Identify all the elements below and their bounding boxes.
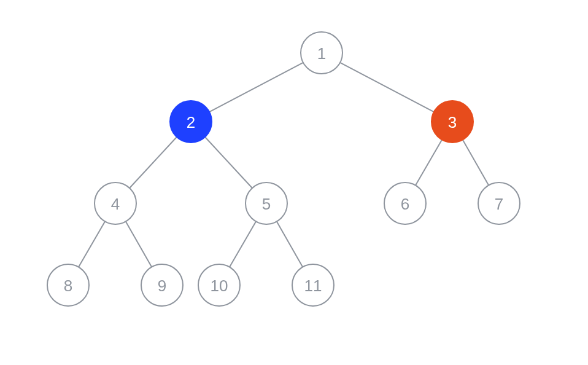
tree-node: 9 (141, 264, 183, 306)
tree-node: 5 (246, 182, 287, 224)
tree-node-label: 6 (401, 195, 409, 213)
tree-node-label: 3 (448, 113, 457, 131)
tree-node-label: 9 (158, 277, 166, 295)
tree-node: 6 (384, 182, 426, 224)
tree-node-label: 10 (211, 277, 228, 295)
tree-node: 2 (170, 101, 212, 143)
tree-node: 7 (478, 182, 520, 224)
tree-diagram: 1234567891011 (0, 0, 588, 365)
tree-edge (340, 63, 434, 112)
tree-node-label: 5 (262, 195, 271, 213)
tree-node: 8 (47, 264, 89, 306)
tree-node-label: 8 (64, 277, 72, 295)
tree-node: 4 (95, 182, 136, 224)
tree-edge (209, 63, 303, 112)
tree-edges (79, 63, 489, 267)
tree-node: 10 (198, 264, 240, 306)
tree-node-label: 1 (317, 44, 326, 63)
tree-edge (416, 139, 442, 185)
tree-node: 1 (301, 32, 342, 74)
tree-node: 3 (431, 101, 473, 143)
tree-edge (130, 137, 177, 188)
tree-node-label: 7 (495, 195, 503, 213)
tree-edge (230, 221, 256, 267)
tree-node-label: 2 (187, 113, 195, 131)
tree-node-label: 4 (111, 195, 120, 213)
tree-node-label: 11 (304, 277, 322, 295)
tree-edge (463, 140, 489, 186)
tree-node: 11 (292, 264, 334, 306)
tree-edge (79, 221, 105, 267)
tree-edge (205, 137, 252, 188)
tree-edge (126, 222, 152, 267)
tree-edge (277, 222, 303, 267)
